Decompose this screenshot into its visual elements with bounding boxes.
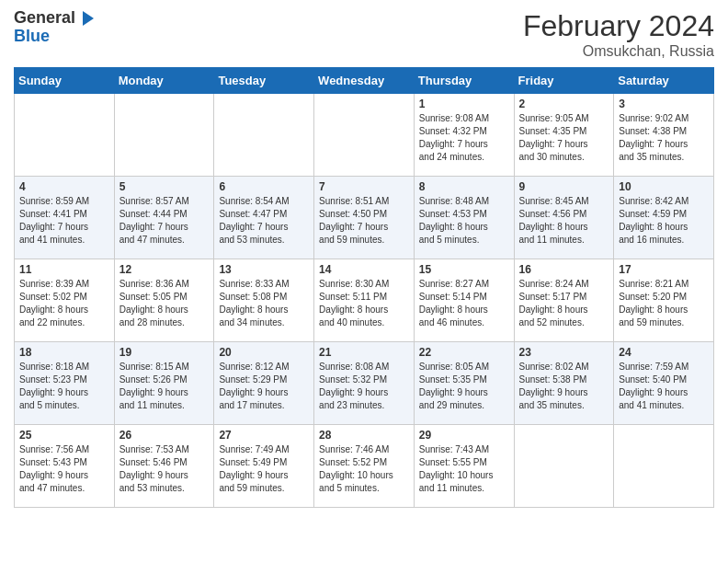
calendar-cell: 10Sunrise: 8:42 AM Sunset: 4:59 PM Dayli… xyxy=(614,177,714,259)
day-number: 15 xyxy=(419,263,509,276)
day-info: Sunrise: 8:51 AM Sunset: 4:50 PM Dayligh… xyxy=(319,195,409,247)
day-info: Sunrise: 8:24 AM Sunset: 5:17 PM Dayligh… xyxy=(519,278,609,329)
day-number: 27 xyxy=(219,429,309,442)
calendar-cell: 22Sunrise: 8:05 AM Sunset: 5:35 PM Dayli… xyxy=(414,342,514,425)
calendar-cell: 18Sunrise: 8:18 AM Sunset: 5:23 PM Dayli… xyxy=(15,342,115,425)
day-info: Sunrise: 7:53 AM Sunset: 5:46 PM Dayligh… xyxy=(119,443,210,495)
calendar-cell: 21Sunrise: 8:08 AM Sunset: 5:32 PM Dayli… xyxy=(314,342,415,425)
calendar-cell: 25Sunrise: 7:56 AM Sunset: 5:43 PM Dayli… xyxy=(15,425,115,508)
calendar-cell: 20Sunrise: 8:12 AM Sunset: 5:29 PM Dayli… xyxy=(214,342,314,425)
calendar-cell: 3Sunrise: 9:02 AM Sunset: 4:38 PM Daylig… xyxy=(614,94,714,177)
calendar-cell: 14Sunrise: 8:30 AM Sunset: 5:11 PM Dayli… xyxy=(314,259,415,342)
week-row-3: 11Sunrise: 8:39 AM Sunset: 5:02 PM Dayli… xyxy=(15,259,714,342)
weekday-header-saturday: Saturday xyxy=(614,68,714,94)
day-number: 24 xyxy=(619,346,709,359)
calendar-cell: 8Sunrise: 8:48 AM Sunset: 4:53 PM Daylig… xyxy=(414,177,514,259)
calendar-cell: 7Sunrise: 8:51 AM Sunset: 4:50 PM Daylig… xyxy=(314,177,415,259)
day-number: 28 xyxy=(319,429,409,442)
weekday-header-wednesday: Wednesday xyxy=(314,68,415,94)
calendar-cell xyxy=(314,94,415,177)
day-info: Sunrise: 8:18 AM Sunset: 5:23 PM Dayligh… xyxy=(19,361,109,412)
day-number: 8 xyxy=(419,180,509,193)
day-info: Sunrise: 8:36 AM Sunset: 5:05 PM Dayligh… xyxy=(119,278,210,329)
weekday-header-tuesday: Tuesday xyxy=(214,68,314,94)
day-number: 7 xyxy=(319,180,409,193)
day-info: Sunrise: 7:56 AM Sunset: 5:43 PM Dayligh… xyxy=(19,443,109,495)
day-number: 1 xyxy=(419,98,509,110)
day-info: Sunrise: 7:49 AM Sunset: 5:49 PM Dayligh… xyxy=(219,443,309,495)
day-number: 10 xyxy=(619,180,709,193)
day-info: Sunrise: 8:27 AM Sunset: 5:14 PM Dayligh… xyxy=(419,278,509,329)
calendar-cell: 23Sunrise: 8:02 AM Sunset: 5:38 PM Dayli… xyxy=(514,342,614,425)
calendar-cell: 2Sunrise: 9:05 AM Sunset: 4:35 PM Daylig… xyxy=(514,94,614,177)
day-info: Sunrise: 8:42 AM Sunset: 4:59 PM Dayligh… xyxy=(619,195,709,247)
week-row-2: 4Sunrise: 8:59 AM Sunset: 4:41 PM Daylig… xyxy=(15,177,714,259)
day-number: 23 xyxy=(519,346,609,359)
day-info: Sunrise: 9:02 AM Sunset: 4:38 PM Dayligh… xyxy=(619,112,709,164)
calendar-cell: 29Sunrise: 7:43 AM Sunset: 5:55 PM Dayli… xyxy=(414,425,514,508)
calendar-cell: 28Sunrise: 7:46 AM Sunset: 5:52 PM Dayli… xyxy=(314,425,415,508)
day-number: 20 xyxy=(219,346,309,359)
week-row-5: 25Sunrise: 7:56 AM Sunset: 5:43 PM Dayli… xyxy=(15,425,714,508)
day-number: 18 xyxy=(19,346,109,359)
day-info: Sunrise: 8:08 AM Sunset: 5:32 PM Dayligh… xyxy=(319,361,409,412)
location: Omsukchan, Russia xyxy=(523,43,714,60)
day-number: 22 xyxy=(419,346,509,359)
calendar-cell: 16Sunrise: 8:24 AM Sunset: 5:17 PM Dayli… xyxy=(514,259,614,342)
logo-text-blue: Blue xyxy=(14,28,96,46)
day-number: 13 xyxy=(219,263,309,276)
weekday-header-sunday: Sunday xyxy=(15,68,115,94)
day-number: 4 xyxy=(19,180,109,193)
calendar-cell: 4Sunrise: 8:59 AM Sunset: 4:41 PM Daylig… xyxy=(15,177,115,259)
logo-arrow-icon xyxy=(77,9,96,28)
day-number: 14 xyxy=(319,263,409,276)
day-info: Sunrise: 8:30 AM Sunset: 5:11 PM Dayligh… xyxy=(319,278,409,329)
day-number: 11 xyxy=(19,263,109,276)
day-info: Sunrise: 8:02 AM Sunset: 5:38 PM Dayligh… xyxy=(519,361,609,412)
day-info: Sunrise: 8:57 AM Sunset: 4:44 PM Dayligh… xyxy=(119,195,210,247)
day-number: 19 xyxy=(119,346,210,359)
logo-text-general: General xyxy=(14,9,75,28)
day-info: Sunrise: 8:48 AM Sunset: 4:53 PM Dayligh… xyxy=(419,195,509,247)
weekday-header-monday: Monday xyxy=(114,68,214,94)
page-header: General Blue February 2024 Omsukchan, Ru… xyxy=(14,9,714,60)
calendar-cell: 17Sunrise: 8:21 AM Sunset: 5:20 PM Dayli… xyxy=(614,259,714,342)
day-info: Sunrise: 7:59 AM Sunset: 5:40 PM Dayligh… xyxy=(619,361,709,412)
calendar-cell xyxy=(514,425,614,508)
day-info: Sunrise: 7:46 AM Sunset: 5:52 PM Dayligh… xyxy=(319,443,409,495)
calendar-cell: 26Sunrise: 7:53 AM Sunset: 5:46 PM Dayli… xyxy=(114,425,214,508)
day-info: Sunrise: 9:08 AM Sunset: 4:32 PM Dayligh… xyxy=(419,112,509,164)
day-info: Sunrise: 8:39 AM Sunset: 5:02 PM Dayligh… xyxy=(19,278,109,329)
day-number: 5 xyxy=(119,180,210,193)
calendar-cell: 11Sunrise: 8:39 AM Sunset: 5:02 PM Dayli… xyxy=(15,259,115,342)
calendar-cell: 19Sunrise: 8:15 AM Sunset: 5:26 PM Dayli… xyxy=(114,342,214,425)
month-year: February 2024 xyxy=(523,9,714,43)
calendar-cell: 6Sunrise: 8:54 AM Sunset: 4:47 PM Daylig… xyxy=(214,177,314,259)
day-number: 16 xyxy=(519,263,609,276)
day-info: Sunrise: 7:43 AM Sunset: 5:55 PM Dayligh… xyxy=(419,443,509,495)
calendar-cell xyxy=(114,94,214,177)
day-number: 26 xyxy=(119,429,210,442)
title-area: February 2024 Omsukchan, Russia xyxy=(523,9,714,60)
calendar-cell: 15Sunrise: 8:27 AM Sunset: 5:14 PM Dayli… xyxy=(414,259,514,342)
day-number: 6 xyxy=(219,180,309,193)
calendar-cell: 9Sunrise: 8:45 AM Sunset: 4:56 PM Daylig… xyxy=(514,177,614,259)
day-number: 9 xyxy=(519,180,609,193)
calendar-cell xyxy=(614,425,714,508)
calendar-cell: 24Sunrise: 7:59 AM Sunset: 5:40 PM Dayli… xyxy=(614,342,714,425)
day-info: Sunrise: 9:05 AM Sunset: 4:35 PM Dayligh… xyxy=(519,112,609,164)
week-row-1: 1Sunrise: 9:08 AM Sunset: 4:32 PM Daylig… xyxy=(15,94,714,177)
day-number: 2 xyxy=(519,98,609,110)
day-number: 17 xyxy=(619,263,709,276)
day-number: 21 xyxy=(319,346,409,359)
day-number: 29 xyxy=(419,429,509,442)
day-info: Sunrise: 8:59 AM Sunset: 4:41 PM Dayligh… xyxy=(19,195,109,247)
svg-marker-0 xyxy=(83,11,94,26)
calendar-table: SundayMondayTuesdayWednesdayThursdayFrid… xyxy=(14,67,714,508)
calendar-cell: 13Sunrise: 8:33 AM Sunset: 5:08 PM Dayli… xyxy=(214,259,314,342)
week-row-4: 18Sunrise: 8:18 AM Sunset: 5:23 PM Dayli… xyxy=(15,342,714,425)
day-info: Sunrise: 8:33 AM Sunset: 5:08 PM Dayligh… xyxy=(219,278,309,329)
calendar-cell xyxy=(15,94,115,177)
day-info: Sunrise: 8:12 AM Sunset: 5:29 PM Dayligh… xyxy=(219,361,309,412)
day-info: Sunrise: 8:21 AM Sunset: 5:20 PM Dayligh… xyxy=(619,278,709,329)
